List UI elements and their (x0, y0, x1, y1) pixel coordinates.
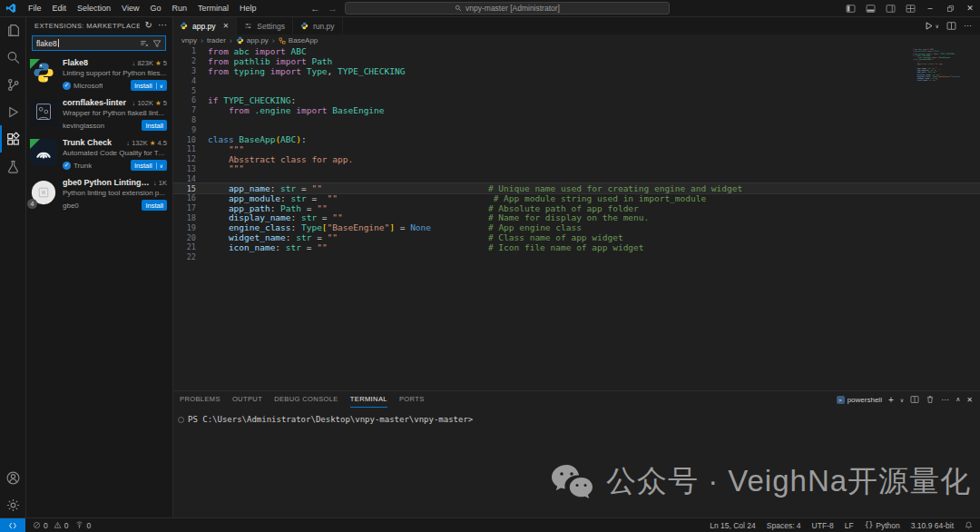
restore-icon[interactable] (940, 0, 960, 16)
settings-gear-icon[interactable] (0, 491, 25, 518)
status-utf-8[interactable]: UTF-8 (812, 521, 834, 530)
menu-run[interactable]: Run (166, 0, 192, 16)
status-python[interactable]: {}Python (865, 521, 900, 530)
testing-icon[interactable] (0, 153, 25, 180)
install-button[interactable]: Install (142, 200, 167, 211)
code-line-9[interactable]: 9 (172, 124, 980, 134)
code-line-5[interactable]: 5 (172, 85, 980, 95)
code-line-3[interactable]: 3 from typing import Type, TYPE_CHECKING (172, 66, 980, 76)
extension-item[interactable]: Flake8 ↓ 823K ★ 5 Linting support for Py… (25, 54, 172, 94)
editor-scrollbar[interactable] (969, 46, 980, 264)
install-button[interactable]: Install∨ (131, 80, 167, 91)
menu-help[interactable]: Help (234, 0, 262, 16)
run-python-file-button[interactable]: ∨ (924, 21, 939, 31)
extension-item[interactable]: cornflakes-linter ↓ 102K ★ 5 Wrapper for… (25, 94, 172, 134)
panel-tab-ports[interactable]: PORTS (399, 391, 425, 408)
extensions-icon[interactable] (0, 125, 25, 153)
split-terminal-icon[interactable] (910, 395, 919, 404)
terminal-dropdown-icon[interactable]: ∨ (900, 397, 904, 403)
maximize-panel-icon[interactable]: ∧ (956, 396, 960, 403)
breadcrumb-item[interactable]: BaseApp (279, 36, 318, 44)
code-line-6[interactable]: 6 if TYPE_CHECKING: (172, 95, 980, 105)
terminal-shell-chip[interactable]: > powershell (837, 396, 882, 404)
breadcrumb-item[interactable]: vnpy (181, 36, 197, 44)
code-line-16[interactable]: 16 app_module: str = "" # App module str… (172, 193, 980, 203)
ports-status[interactable]: 0 (75, 521, 91, 530)
toggle-secondary-sidebar-icon[interactable] (880, 0, 900, 16)
code-line-2[interactable]: 2 from pathlib import Path (172, 56, 980, 66)
code-line-17[interactable]: 17 app_path: Path = "" # Absolute path o… (172, 203, 980, 213)
install-dropdown-icon[interactable]: ∨ (156, 163, 163, 169)
install-button[interactable]: Install (142, 120, 167, 131)
code-line-21[interactable]: 21 icon_name: str = "" # Icon file name … (172, 242, 980, 252)
code-line-18[interactable]: 18 display_name: str = "" # Name for dis… (172, 213, 980, 223)
source-control-icon[interactable] (0, 71, 25, 98)
extension-item[interactable]: Trunk Check ↓ 132K ★ 4.5 Automated Code … (25, 134, 172, 174)
tab-app-py[interactable]: app.py ✕ (172, 16, 237, 34)
panel-more-actions-icon[interactable]: ··· (941, 395, 949, 404)
customize-layout-icon[interactable] (900, 0, 920, 16)
status-spaces-4[interactable]: Spaces: 4 (767, 521, 801, 530)
code-line-14[interactable]: 14 (172, 173, 980, 183)
code-editor[interactable]: 1 from abc import ABC 2 from pathlib imp… (172, 46, 980, 391)
account-icon[interactable] (0, 464, 25, 491)
minimap[interactable]: from abc import ABCfrom pathlib import P… (913, 48, 967, 82)
clear-sort-icon[interactable] (140, 39, 149, 48)
install-button[interactable]: Install∨ (131, 160, 167, 171)
problems-status[interactable]: 0 0 (33, 521, 68, 530)
tab-settings[interactable]: Settings (237, 16, 293, 34)
command-center-search[interactable]: vnpy-master [Administrator] (345, 2, 670, 15)
panel-tab-debug-console[interactable]: DEBUG CONSOLE (274, 391, 338, 408)
menu-go[interactable]: Go (144, 0, 166, 16)
code-line-7[interactable]: 7 from .engine import BaseEngine (172, 105, 980, 115)
nav-back-icon[interactable]: ← (310, 0, 320, 16)
menu-view[interactable]: View (116, 0, 144, 16)
run-debug-icon[interactable] (0, 98, 25, 125)
code-line-19[interactable]: 19 engine_class: Type["BaseEngine"] = No… (172, 222, 980, 232)
status-lf[interactable]: LF (845, 521, 854, 530)
explorer-icon[interactable] (0, 16, 25, 44)
panel-tab-terminal[interactable]: TERMINAL (350, 391, 387, 408)
tab-run-py[interactable]: run.py (293, 16, 343, 34)
breadcrumb-item[interactable]: trader (207, 36, 226, 44)
toggle-panel-icon[interactable] (860, 0, 880, 16)
code-line-22[interactable]: 22 (172, 252, 980, 262)
menu-terminal[interactable]: Terminal (192, 0, 234, 16)
code-line-15[interactable]: 15 app_name: str = "" # Unique name used… (172, 183, 980, 193)
code-line-10[interactable]: 10 class BaseApp(ABC): (172, 134, 980, 144)
panel-tab-output[interactable]: OUTPUT (232, 391, 262, 408)
refresh-icon[interactable]: ↻ (145, 21, 152, 30)
install-dropdown-icon[interactable]: ∨ (156, 83, 163, 89)
code-line-11[interactable]: 11 """ (172, 144, 980, 154)
split-editor-icon[interactable] (946, 21, 956, 31)
close-window-icon[interactable]: ✕ (960, 0, 980, 16)
code-line-4[interactable]: 4 (172, 75, 980, 85)
run-dropdown-icon[interactable]: ∨ (936, 23, 939, 29)
minimize-icon[interactable]: – (920, 0, 940, 16)
editor-more-actions-icon[interactable]: ··· (964, 21, 972, 30)
status-3-10-9-64-bit[interactable]: 3.10.9 64-bit (911, 521, 954, 530)
remote-indicator[interactable] (0, 518, 25, 532)
toggle-sidebar-icon[interactable] (840, 0, 860, 16)
notifications-bell-icon[interactable] (965, 521, 973, 529)
nav-forward-icon[interactable]: → (328, 0, 338, 16)
more-actions-icon[interactable]: ··· (158, 21, 167, 30)
code-line-20[interactable]: 20 widget_name: str = "" # Class name of… (172, 232, 980, 242)
extensions-search-input[interactable]: flake8 (32, 35, 166, 51)
extension-item[interactable]: 4 gbe0 Python Linting E... ↓ 1K Python l… (25, 174, 172, 214)
code-line-13[interactable]: 13 """ (172, 164, 980, 174)
close-tab-icon[interactable]: ✕ (223, 22, 230, 30)
close-panel-icon[interactable]: ✕ (966, 396, 973, 404)
code-line-1[interactable]: 1 from abc import ABC (172, 46, 980, 56)
status-ln-15-col-24[interactable]: Ln 15, Col 24 (710, 521, 756, 530)
panel-tab-problems[interactable]: PROBLEMS (180, 391, 220, 408)
kill-terminal-trash-icon[interactable] (926, 395, 935, 404)
menu-file[interactable]: File (23, 0, 47, 16)
new-terminal-icon[interactable]: + (888, 395, 894, 405)
code-line-12[interactable]: 12 Absstract class for app. (172, 154, 980, 164)
search-icon[interactable] (0, 44, 25, 71)
filter-icon[interactable] (152, 39, 162, 48)
menu-edit[interactable]: Edit (47, 0, 73, 16)
terminal-content[interactable]: PS C:\Users\Administrator\Desktop\vnpy-m… (172, 408, 980, 424)
breadcrumb-item[interactable]: app.py (236, 36, 269, 44)
